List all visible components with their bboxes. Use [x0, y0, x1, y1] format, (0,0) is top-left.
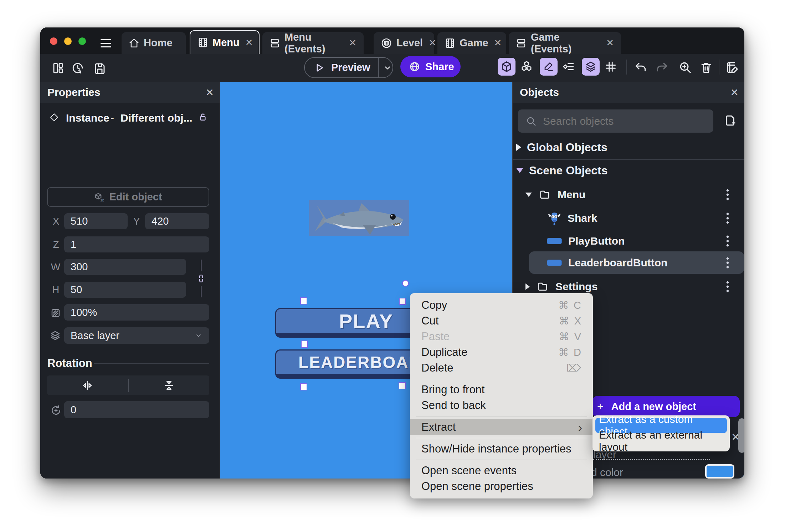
rotation-field[interactable]: 0: [64, 401, 209, 418]
undo-icon[interactable]: [633, 61, 648, 75]
zoom-in-icon[interactable]: [678, 61, 692, 74]
selection-handle[interactable]: [300, 383, 307, 390]
tab-game-events[interactable]: Game (Events) ✕: [509, 32, 621, 54]
search-objects-box[interactable]: [518, 109, 713, 133]
flip-vertical-button[interactable]: [129, 379, 210, 392]
kebab-menu-icon[interactable]: [727, 213, 729, 224]
tree-row-menu-folder[interactable]: Menu: [525, 187, 739, 203]
folder-icon: [536, 281, 549, 293]
scene-properties-edit-icon[interactable]: [725, 61, 739, 74]
tree-row-playbutton[interactable]: PlayButton: [547, 233, 739, 249]
events-icon: [516, 37, 527, 49]
selection-handle[interactable]: [301, 341, 308, 348]
scene-objects-header[interactable]: Scene Objects: [516, 163, 741, 178]
chevron-down-icon[interactable]: [383, 63, 392, 73]
menu-separator: [416, 460, 587, 460]
tab-home[interactable]: Home: [122, 32, 186, 54]
close-icon[interactable]: ✕: [349, 37, 356, 48]
tab-menu-events[interactable]: Menu (Events) ✕: [262, 32, 364, 54]
tab-label: Game: [460, 37, 488, 49]
scrollbar-thumb[interactable]: [738, 418, 744, 453]
global-objects-header[interactable]: Global Objects: [516, 140, 741, 155]
wh-link-icon[interactable]: [196, 273, 206, 283]
traffic-close-button[interactable]: [50, 37, 57, 45]
w-field[interactable]: 300: [64, 259, 186, 275]
tab-game[interactable]: Game ✕: [437, 32, 506, 54]
lock-open-icon[interactable]: [198, 112, 208, 122]
traffic-minimize-button[interactable]: [64, 37, 72, 45]
scene-icon: [445, 37, 455, 49]
edit-object-button[interactable]: 2D Edit object: [47, 187, 209, 207]
z-field[interactable]: 1: [64, 236, 209, 252]
selection-handle[interactable]: [399, 298, 406, 305]
background-color-swatch[interactable]: [705, 464, 734, 479]
button-object-icon: [547, 260, 562, 266]
hamburger-menu-icon[interactable]: [101, 39, 111, 48]
delete-key-icon: ⌦: [566, 362, 582, 374]
close-icon[interactable]: ✕: [429, 37, 436, 48]
submenu-item-extract-external-layout[interactable]: Extract as an external layout: [595, 433, 727, 449]
redo-icon[interactable]: [655, 61, 669, 75]
tree-row-label: Settings: [555, 281, 597, 293]
rotate-handle[interactable]: [402, 280, 409, 287]
3d-box-tool-icon[interactable]: [498, 58, 515, 76]
menu-item-cut[interactable]: Cut⌘ X: [410, 313, 593, 329]
properties-panel-header: Properties ✕: [40, 82, 220, 103]
menu-item-open-scene-properties[interactable]: Open scene properties: [410, 479, 593, 494]
close-icon[interactable]: ✕: [494, 37, 502, 48]
instances-list-icon[interactable]: [560, 58, 578, 76]
wh-link-line: [201, 286, 201, 297]
extract-submenu: Extract as a custom object Extract as an…: [592, 415, 730, 451]
panels-layout-icon[interactable]: [52, 62, 65, 75]
h-field[interactable]: 50: [64, 282, 186, 298]
menu-item-open-scene-events[interactable]: Open scene events: [410, 463, 593, 479]
menu-item-show-hide-instance-properties[interactable]: Show/Hide instance properties: [410, 441, 593, 457]
selection-handle[interactable]: [300, 297, 307, 305]
close-icon[interactable]: ✕: [206, 87, 214, 98]
share-button[interactable]: Share: [400, 56, 461, 77]
close-icon[interactable]: ✕: [606, 37, 614, 48]
edit-tool-icon[interactable]: [540, 58, 558, 76]
opacity-field[interactable]: 100%: [64, 304, 209, 321]
kebab-menu-icon[interactable]: [727, 281, 729, 292]
add-folder-icon[interactable]: [724, 113, 737, 128]
global-objects-label: Global Objects: [527, 141, 607, 154]
kebab-menu-icon[interactable]: [727, 257, 729, 268]
menu-item-copy[interactable]: Copy⌘ C: [410, 297, 593, 313]
kebab-menu-icon[interactable]: [727, 236, 729, 246]
tree-row-leaderboardbutton[interactable]: LeaderboardButton: [547, 255, 739, 271]
tree-row-shark[interactable]: Shark: [547, 210, 739, 227]
menu-item-extract[interactable]: Extract›: [410, 419, 593, 435]
toolbar-divider: [719, 60, 719, 75]
traffic-zoom-button[interactable]: [78, 37, 86, 45]
y-field[interactable]: 420: [145, 213, 209, 229]
tree-row-settings-folder[interactable]: Settings: [525, 279, 739, 295]
tab-menu[interactable]: Menu ✕: [190, 30, 260, 54]
menu-item-bring-to-front[interactable]: Bring to front: [410, 382, 593, 398]
search-input[interactable]: [542, 115, 701, 128]
menu-item-delete[interactable]: Delete⌦: [410, 360, 593, 376]
menu-item-send-to-back[interactable]: Send to back: [410, 398, 593, 413]
chevron-right-icon: [525, 283, 530, 290]
trash-icon[interactable]: [700, 61, 713, 74]
toolbar-divider: [626, 60, 627, 75]
menu-item-duplicate[interactable]: Duplicate⌘ D: [410, 344, 593, 360]
history-icon[interactable]: [71, 62, 84, 75]
preview-button[interactable]: Preview: [304, 57, 393, 78]
grid-tool-icon[interactable]: [602, 58, 620, 76]
x-field[interactable]: 510: [64, 213, 128, 229]
close-icon[interactable]: ✕: [245, 37, 253, 48]
flip-horizontal-button[interactable]: [47, 380, 128, 391]
kebab-menu-icon[interactable]: [727, 189, 729, 200]
objects-tool-icon[interactable]: [518, 58, 535, 76]
save-icon[interactable]: [93, 62, 106, 75]
close-icon[interactable]: ✕: [730, 87, 739, 98]
layers-tool-icon[interactable]: [582, 58, 600, 76]
section-divider: [94, 363, 209, 364]
layer-select[interactable]: Base layer: [64, 327, 209, 344]
tree-row-label: LeaderboardButton: [568, 257, 667, 269]
tab-level[interactable]: Level ✕: [374, 32, 434, 54]
level-icon: [381, 37, 392, 49]
selection-handle[interactable]: [399, 382, 406, 389]
shark-sprite[interactable]: [309, 200, 409, 236]
